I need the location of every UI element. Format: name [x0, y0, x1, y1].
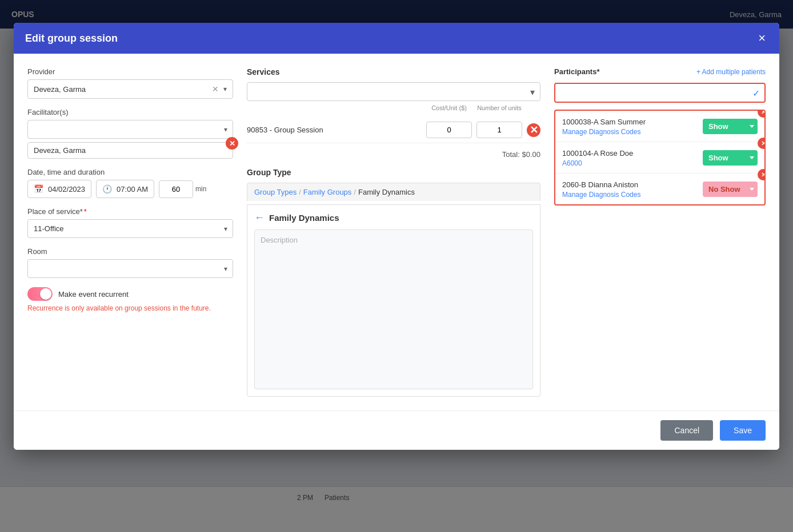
- participant-2-remove-button[interactable]: ✕: [758, 138, 766, 149]
- cancel-button[interactable]: Cancel: [660, 420, 713, 441]
- service-name: 90853 - Group Session: [247, 126, 422, 134]
- participant-3-info: 2060-B Dianna Aniston Manage Diagnosis C…: [562, 179, 703, 199]
- date-value: 04/02/2023: [48, 185, 85, 194]
- participants-search-wrap: ✓: [554, 83, 766, 103]
- room-label: Room: [27, 247, 233, 256]
- participant-3-status-select[interactable]: Show No Show Cancelled: [703, 182, 758, 197]
- duration-input[interactable]: 60: [159, 180, 193, 198]
- facilitators-select-wrapper: ▾: [27, 120, 233, 139]
- recurrent-toggle[interactable]: [27, 287, 53, 301]
- participant-1-remove-button[interactable]: ✕: [758, 110, 766, 118]
- breadcrumb-family-dynamics: Family Dynamics: [358, 188, 415, 196]
- participant-1-link[interactable]: Manage Diagnosis Codes: [562, 128, 703, 136]
- group-type-section-label: Group Type: [247, 168, 540, 177]
- services-group: Services ▾ Cost/Unit ($) Number of units: [247, 67, 540, 159]
- place-of-service-group: Place of service* 11-Office ▾: [27, 207, 233, 238]
- facilitators-select[interactable]: [27, 120, 233, 139]
- breadcrumb-sep-1: /: [299, 188, 301, 196]
- place-of-service-wrapper: 11-Office ▾: [27, 219, 233, 238]
- facilitator-tag: Deveza, Garma ✕: [27, 142, 233, 159]
- participant-3-link[interactable]: Manage Diagnosis Codes: [562, 191, 703, 199]
- duration-unit: min: [195, 185, 206, 193]
- middle-column: Services ▾ Cost/Unit ($) Number of units: [247, 67, 540, 397]
- participant-2-status-select[interactable]: Show No Show Cancelled: [703, 150, 758, 166]
- participants-label: Participants*: [554, 67, 599, 76]
- add-multiple-patients-button[interactable]: + Add multiple patients: [696, 68, 766, 76]
- participant-3-id: 2060-B Dianna Aniston: [562, 180, 638, 189]
- duration-field: 60 min: [159, 180, 206, 198]
- facilitator-remove-button[interactable]: ✕: [226, 137, 238, 150]
- breadcrumb-sep-2: /: [354, 188, 356, 196]
- participant-1-info: 1000038-A Sam Summer Manage Diagnosis Co…: [562, 116, 703, 136]
- place-of-service-label: Place of service*: [27, 207, 233, 216]
- modal-overlay: Edit group session × Provider Deveza, Ga…: [0, 0, 793, 532]
- modal-header: Edit group session ×: [14, 23, 779, 54]
- datetime-row: 📅 04/02/2023 🕐 07:00 AM 60 min: [27, 180, 233, 198]
- room-group: Room ▾: [27, 247, 233, 278]
- group-type-content: ← Family Dynamics Description: [247, 204, 540, 397]
- provider-field[interactable]: Deveza, Garma ✕ ▾: [27, 79, 233, 99]
- facilitators-group: Facilitator(s) ▾ Deveza, Garma ✕: [27, 108, 233, 159]
- recurrent-group: Make event recurrent Recurrence is only …: [27, 287, 233, 312]
- group-type-group: Group Type Group Types / Family Groups /…: [247, 168, 540, 397]
- participant-2-link[interactable]: A6000: [562, 159, 703, 167]
- room-select[interactable]: [27, 259, 233, 278]
- service-cost-input[interactable]: [426, 122, 472, 138]
- modal-title: Edit group session: [25, 33, 118, 45]
- modal-body: Provider Deveza, Garma ✕ ▾ Facilitator(s…: [14, 54, 779, 410]
- facilitators-label: Facilitator(s): [27, 108, 233, 116]
- cost-unit-header: [247, 104, 422, 111]
- provider-dropdown-icon[interactable]: ▾: [223, 85, 227, 93]
- place-of-service-select[interactable]: 11-Office: [27, 219, 233, 238]
- time-field[interactable]: 🕐 07:00 AM: [96, 180, 154, 198]
- group-type-breadcrumb: Group Types / Family Groups / Family Dyn…: [247, 183, 540, 201]
- participant-1-status-select[interactable]: Show No Show Cancelled: [703, 119, 758, 134]
- modal-footer: Cancel Save: [14, 410, 779, 450]
- time-value: 07:00 AM: [117, 185, 148, 194]
- participants-list: ✕ 1000038-A Sam Summer Manage Diagnosis …: [554, 110, 766, 205]
- participant-2-info: 1000104-A Rose Doe A6000: [562, 148, 703, 167]
- modal-close-button[interactable]: ×: [756, 32, 768, 45]
- provider-icons: ✕ ▾: [212, 84, 227, 94]
- participant-2-id: 1000104-A Rose Doe: [562, 149, 633, 158]
- breadcrumb-group-types[interactable]: Group Types: [254, 188, 297, 196]
- facilitator-tag-value: Deveza, Garma: [34, 146, 86, 155]
- services-select-wrapper: ▾: [247, 82, 540, 101]
- service-remove-button[interactable]: ✕: [527, 123, 540, 137]
- provider-clear-icon[interactable]: ✕: [212, 84, 219, 94]
- recurrence-warning: Recurrence is only available on group se…: [27, 304, 233, 312]
- description-placeholder: Description: [261, 236, 298, 244]
- participant-item-3: ✕ 2060-B Dianna Aniston Manage Diagnosis…: [555, 174, 764, 204]
- calendar-icon: 📅: [34, 184, 43, 194]
- participant-1-id: 1000038-A Sam Summer: [562, 118, 646, 126]
- search-check-icon: ✓: [752, 87, 760, 98]
- recurrent-label: Make event recurrent: [58, 290, 129, 299]
- description-area: Description: [254, 229, 533, 389]
- datetime-group: Date, time and duration 📅 04/02/2023 🕐 0…: [27, 168, 233, 198]
- participant-item-2: ✕ 1000104-A Rose Doe A6000 Show No Show …: [555, 142, 764, 174]
- provider-label: Provider: [27, 67, 233, 76]
- edit-group-session-modal: Edit group session × Provider Deveza, Ga…: [14, 23, 779, 450]
- services-select[interactable]: [247, 82, 540, 101]
- participant-3-remove-button[interactable]: ✕: [758, 169, 766, 180]
- provider-group: Provider Deveza, Garma ✕ ▾: [27, 67, 233, 99]
- datetime-label: Date, time and duration: [27, 168, 233, 176]
- group-type-name: Family Dynamics: [269, 213, 339, 223]
- right-column: Participants* + Add multiple patients ✓ …: [554, 67, 766, 397]
- units-header: Number of units: [476, 104, 522, 111]
- save-button[interactable]: Save: [720, 420, 766, 441]
- service-units-input[interactable]: [476, 122, 522, 138]
- group-type-back-button[interactable]: ←: [254, 212, 265, 224]
- cost-header: Cost/Unit ($): [426, 104, 472, 111]
- group-type-title: ← Family Dynamics: [254, 212, 533, 224]
- date-field[interactable]: 📅 04/02/2023: [27, 180, 91, 198]
- provider-value: Deveza, Garma: [34, 85, 212, 94]
- participant-item-1: ✕ 1000038-A Sam Summer Manage Diagnosis …: [555, 111, 764, 142]
- participants-search-input[interactable]: [555, 84, 764, 102]
- breadcrumb-family-groups[interactable]: Family Groups: [303, 188, 352, 196]
- participants-header: Participants* + Add multiple patients: [554, 67, 766, 76]
- left-column: Provider Deveza, Garma ✕ ▾ Facilitator(s…: [27, 67, 233, 397]
- room-wrapper: ▾: [27, 259, 233, 278]
- service-row: 90853 - Group Session ✕: [247, 117, 540, 143]
- service-headers: Cost/Unit ($) Number of units: [247, 104, 540, 114]
